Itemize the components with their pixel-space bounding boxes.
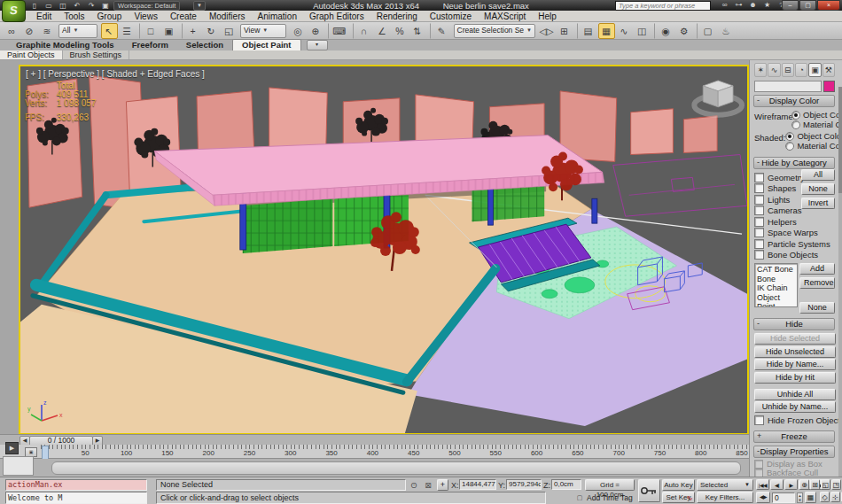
mini-listener-expand-button[interactable]: ▶ — [5, 442, 19, 454]
zoom-region-button[interactable]: ◇ — [820, 492, 830, 502]
select-by-name-button[interactable]: ☰ — [119, 23, 136, 39]
default-tangents-icon[interactable]: ∿ — [684, 492, 695, 503]
track-bar[interactable]: ▣ 05010015020025030035040045050055060065… — [0, 445, 749, 459]
minimize-button[interactable]: – — [782, 0, 799, 11]
rendered-frame-window-button[interactable]: ▢ — [697, 23, 717, 39]
menu-item[interactable]: Create — [164, 11, 203, 22]
menu-item[interactable]: Customize — [424, 11, 478, 22]
radio-option[interactable]: Object Color — [785, 131, 842, 141]
use-pivot-point-center-button[interactable]: ◎ — [290, 23, 307, 39]
hide-button[interactable]: Unhide by Name... — [754, 401, 836, 413]
motion-tab[interactable]: ◔ — [795, 63, 807, 77]
curve-editor-button[interactable]: ∿ — [616, 23, 633, 39]
hierarchy-tab[interactable]: ⊟ — [782, 63, 794, 77]
time-configuration-button[interactable]: ▦ — [805, 492, 816, 503]
select-and-link-button[interactable]: ∞ — [4, 23, 20, 39]
bone-list-item[interactable]: Point — [757, 302, 795, 307]
viewport-label[interactable]: [ + ] [ Perspective ] [ Shaded + Edged F… — [26, 69, 205, 79]
spinner-snap-toggle-button[interactable]: ⇅ — [409, 23, 426, 39]
rollout-header[interactable]: +Freeze — [753, 430, 835, 443]
category-checkbox[interactable]: Bone Objects — [754, 250, 835, 261]
redo-button[interactable]: ↷ — [85, 1, 97, 12]
key-filters-button[interactable]: Key Filters... — [697, 492, 753, 503]
add-time-tag[interactable]: Add Time Tag — [587, 493, 633, 502]
search-input[interactable] — [615, 1, 711, 11]
hide-frozen-objects-checkbox[interactable]: Hide Frozen Objects — [754, 415, 835, 426]
keyboard-shortcut-override-button[interactable]: ⌨ — [328, 23, 348, 39]
create-tab[interactable]: ✶ — [754, 63, 767, 77]
perspective-viewport[interactable]: [ + ] [ Perspective ] [ Shaded + Edged F… — [19, 65, 749, 435]
ribbon-tab[interactable]: Freeform — [123, 40, 177, 50]
isolate-toggle-icon[interactable]: ▢ — [574, 492, 585, 503]
x-coordinate-field[interactable]: 14844,477 — [459, 479, 496, 490]
angle-snap-toggle-button[interactable]: ∠ — [374, 23, 391, 39]
edit-named-selection-sets-button[interactable]: ✎ — [430, 23, 450, 39]
z-coordinate-field[interactable]: 0,0cm — [551, 479, 581, 490]
project-folder-button[interactable]: ▣ — [99, 1, 112, 12]
modify-tab[interactable]: ∿ — [768, 63, 780, 77]
ribbon-tab[interactable]: Selection — [177, 40, 232, 50]
snaps-toggle-button[interactable]: ∩ — [353, 23, 373, 39]
mirror-button[interactable]: ◁▷ — [538, 23, 555, 39]
window-crossing-toggle[interactable]: ▣ — [160, 23, 177, 39]
pan-view-button[interactable]: ⊹ — [830, 492, 840, 502]
timeline-ruler[interactable]: 0501001502002503003504004505005506006507… — [39, 445, 748, 459]
display-tab[interactable]: ▣ — [808, 63, 821, 77]
select-object-button[interactable]: ↖ — [101, 23, 118, 39]
hide-button[interactable]: Hide by Name... — [754, 359, 836, 370]
radio-option[interactable]: Object Color — [791, 110, 842, 120]
align-button[interactable]: ⊞ — [556, 23, 573, 39]
menu-item[interactable]: Group — [91, 11, 129, 22]
favorites-icon[interactable]: ★ — [761, 1, 773, 10]
set-keys-button[interactable] — [638, 479, 660, 502]
menu-item[interactable]: Help — [532, 11, 563, 22]
save-file-button[interactable]: ◫ — [57, 1, 69, 12]
play-button[interactable]: ▶ — [784, 479, 798, 490]
zoom-button[interactable]: ⊕ — [799, 479, 809, 490]
current-frame-marker[interactable] — [42, 446, 49, 460]
zoom-all-button[interactable]: ⊞ — [810, 479, 820, 490]
hide-button[interactable]: Hide by Hit — [754, 372, 836, 384]
named-selection-set-dropdown[interactable]: Create Selection Se▼ — [454, 24, 535, 38]
close-button[interactable]: × — [817, 0, 840, 11]
maxscript-listener-line[interactable]: actionMan.ex — [5, 479, 147, 491]
ribbon-tab[interactable]: Object Paint — [232, 39, 300, 50]
workspace-dropdown[interactable]: Workspace: Default — [113, 1, 180, 11]
menu-item[interactable]: Views — [128, 11, 164, 22]
track-bar-scrollbar[interactable] — [51, 461, 741, 475]
current-frame-field[interactable]: 0 — [772, 492, 795, 503]
menu-item[interactable]: Rendering — [370, 11, 424, 22]
list-button[interactable]: Remove — [799, 277, 835, 289]
maximize-button[interactable]: ▢ — [799, 0, 816, 11]
material-editor-button[interactable]: ◉ — [654, 23, 674, 39]
ribbon-overflow-button[interactable]: ▾ — [307, 40, 328, 50]
menu-item[interactable]: Modifiers — [203, 11, 252, 22]
bind-to-space-warp-button[interactable]: ≋ — [39, 23, 56, 39]
key-mode-toggle-button[interactable]: ◀▶ — [756, 492, 770, 503]
bone-list-item[interactable]: IK Chain Object — [757, 283, 795, 302]
category-button[interactable]: None — [801, 183, 835, 195]
open-file-button[interactable]: ▭ — [43, 1, 55, 12]
rollout-header[interactable]: -Display Properties — [753, 446, 835, 458]
rollout-header[interactable]: -Hide — [753, 318, 835, 330]
select-and-scale-button[interactable]: ◱ — [221, 23, 238, 39]
new-scene-button[interactable]: ▯ — [28, 1, 41, 12]
frame-spinner[interactable]: ▲▼ — [797, 492, 803, 503]
unlink-selection-button[interactable]: ⊘ — [21, 23, 38, 39]
auto-key-button[interactable]: Auto Key — [662, 479, 695, 491]
rollout-header[interactable]: -Display Color — [753, 95, 835, 107]
category-checkbox[interactable]: Particle Systems — [754, 238, 835, 250]
workspace-flyout-button[interactable]: ▼ — [193, 1, 206, 11]
ribbon-tab[interactable]: Graphite Modeling Tools — [7, 40, 123, 50]
bone-list-item[interactable]: CAT Bone — [757, 265, 795, 275]
radio-option[interactable]: Material Color — [785, 141, 842, 151]
go-to-start-button[interactable]: |◀◀ — [756, 479, 769, 490]
menu-item[interactable]: Animation — [251, 11, 302, 22]
radio-option[interactable]: Material Color — [791, 120, 842, 129]
bone-list-item[interactable]: Bone — [757, 275, 795, 284]
list-button[interactable]: Add — [799, 263, 835, 275]
ribbon-panel-tab[interactable]: Paint Objects — [0, 50, 63, 59]
selection-lock-icon[interactable]: ⊠ — [423, 480, 433, 491]
list-button[interactable]: None — [799, 302, 835, 314]
sign-in-icon[interactable]: ☻ — [747, 1, 759, 10]
